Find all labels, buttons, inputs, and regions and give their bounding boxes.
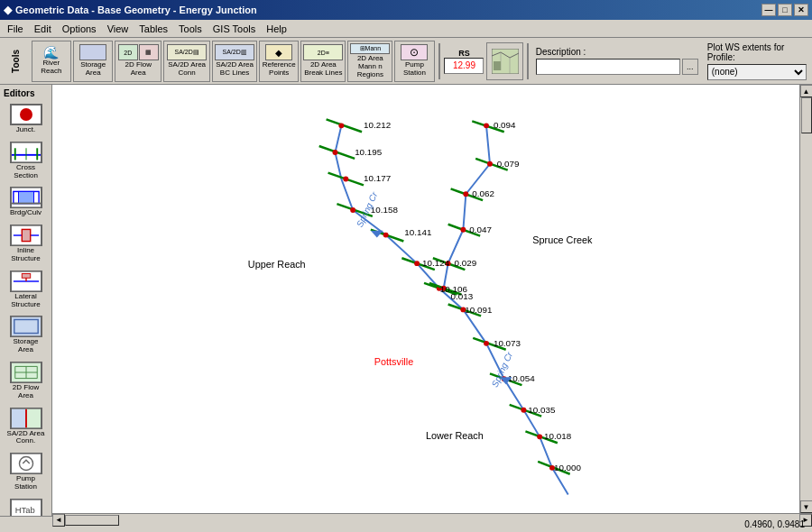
2d-flow-area-button[interactable]: 2D ▦ 2D FlowArea [115,41,161,82]
svg-text:10.141: 10.141 [404,227,431,237]
titlebar-title: Geometric Data - Base Geometry - Energy … [15,5,257,15]
svg-text:0.079: 0.079 [497,159,520,169]
svg-point-46 [350,207,355,213]
svg-text:10.073: 10.073 [494,338,521,348]
svg-point-44 [343,177,348,182]
svg-point-40 [338,123,344,128]
storage-area-sidebar-label: StorageArea [13,338,38,354]
toolbar-separator [438,43,440,79]
sidebar-item-2d-flow-area[interactable]: 2D FlowArea [3,360,50,402]
minimize-button[interactable]: — [761,4,776,16]
svg-point-56 [484,341,489,346]
hscroll-left-button[interactable]: ◄ [52,514,65,527]
menu-tables[interactable]: Tables [134,22,173,36]
plot-select[interactable]: (none) [707,64,807,80]
cross-section-label: CrossSection [14,164,38,180]
close-button[interactable]: ✕ [794,4,808,16]
description-label: Description : [536,47,698,57]
menubar: File Edit Options View Tables Tools GIS … [0,20,812,38]
sidebar-item-brdg-culv[interactable]: Brdg/Culv [3,185,50,219]
map-canvas: 10.212 10.195 10.177 10.158 10.141 10.12… [52,85,799,513]
sa2d-conn-button[interactable]: SA/2D▤ SA/2D AreaConn [163,41,210,82]
ref-points-button[interactable]: ◆ ReferencePoints [259,41,299,82]
vscroll-thumb[interactable] [801,97,812,133]
svg-text:0.094: 0.094 [494,120,516,130]
svg-point-42 [333,150,338,155]
svg-rect-13 [22,230,30,242]
editors-label: Editors [2,88,50,98]
svg-point-66 [484,123,489,128]
vertical-scrollbar[interactable]: ▲ ▼ [799,85,812,513]
canvas-container: 10.212 10.195 10.177 10.158 10.141 10.12… [52,85,812,516]
titlebar-controls: — □ ✕ [761,4,808,16]
sidebar-item-lateral-structure[interactable]: LateralStructure [3,269,50,311]
sidebar-item-storage-area[interactable]: StorageArea [3,314,50,356]
river-reach-label: RiverReach [41,60,61,76]
description-dots-button[interactable]: ... [682,59,698,75]
map-icon [492,49,519,74]
svg-point-60 [521,408,526,413]
lateral-structure-label: LateralStructure [11,293,40,309]
svg-text:10.054: 10.054 [508,373,536,383]
inline-structure-label: InlineStructure [11,247,40,263]
menu-help[interactable]: Help [261,22,292,36]
tools-text: Tools [11,50,21,73]
sidebar-item-cross-section[interactable]: CrossSection [3,140,50,182]
svg-text:10.035: 10.035 [528,405,556,415]
sidebar-item-pump-station[interactable]: PumpStation [3,451,50,493]
vscroll-down-button[interactable]: ▼ [800,500,813,513]
toolbar-separator2 [527,43,529,79]
river-reach-button[interactable]: 🌊 RiverReach [32,41,71,82]
svg-text:10.124: 10.124 [422,258,450,268]
maximize-button[interactable]: □ [778,4,792,16]
tools-label-btn: Tools [2,41,30,82]
sidebar-item-junct[interactable]: Junct. [3,102,50,136]
canvas-row: 10.212 10.195 10.177 10.158 10.141 10.12… [52,85,812,513]
horizontal-scrollbar[interactable]: ◄ ► [52,513,812,526]
svg-text:HTab: HTab [14,505,34,515]
2d-flow-area-label: 2D FlowArea [13,384,39,400]
svg-text:10.018: 10.018 [544,431,572,441]
rs-area: RS [444,49,485,74]
menu-options[interactable]: Options [57,22,102,36]
sidebar-item-sa2d-conn[interactable]: SA/2D AreaConn. [3,406,50,448]
mann-regions-label: 2D AreaMann nRegions [357,55,383,78]
menu-file[interactable]: File [2,22,29,36]
rs-input[interactable] [444,58,484,74]
brdg-culv-label: Brdg/Culv [10,209,42,217]
inline-structure-icon [10,225,42,246]
svg-text:Upper Reach: Upper Reach [248,259,306,270]
sidebar-item-inline-structure[interactable]: InlineStructure [3,223,50,265]
svg-text:0.029: 0.029 [455,258,477,268]
pump-station-button[interactable]: ⊙ PumpStation [394,41,434,82]
mann-regions-button[interactable]: ⊞Mann 2D AreaMann nRegions [347,41,392,82]
2d-breaklines-label: 2D AreaBreak Lines [304,61,342,78]
description-input[interactable] [536,59,680,75]
menu-gis-tools[interactable]: GIS Tools [208,22,262,36]
hscroll-thumb[interactable] [65,515,119,526]
vscroll-up-button[interactable]: ▲ [800,85,813,97]
brdg-culv-icon [10,187,42,208]
svg-point-72 [460,227,466,233]
menu-view[interactable]: View [102,22,134,36]
plot-section: Plot WS extents for Profile: (none) [707,42,810,80]
svg-text:Lower Reach: Lower Reach [426,430,484,441]
map-canvas-area[interactable]: 10.212 10.195 10.177 10.158 10.141 10.12… [52,85,799,513]
svg-text:10.212: 10.212 [364,120,391,130]
storage-area-button[interactable]: StorageArea [73,41,113,82]
2d-breaklines-button[interactable]: 2D≡ 2D AreaBreak Lines [300,41,346,82]
main-area: Editors Junct. CrossSection Brdg/Culv [0,85,812,516]
htab-param-icon: HTab [10,499,42,516]
sa2d-bc-button[interactable]: SA/2D▥ SA/2D AreaBC Lines [212,41,257,82]
svg-text:10.195: 10.195 [355,147,383,157]
svg-rect-17 [22,273,30,278]
svg-rect-27 [12,408,26,427]
river-reach-icon: 🌊 [43,46,59,59]
sidebar: Editors Junct. CrossSection Brdg/Culv [0,85,52,516]
map-button[interactable] [486,42,522,80]
2d-flow-area-sidebar-icon [10,362,42,383]
coordinates-display: 0.4960, 0.9481 [744,519,805,529]
menu-edit[interactable]: Edit [29,22,57,36]
menu-tools[interactable]: Tools [173,22,208,36]
sidebar-item-htab-param[interactable]: HTab HTabParam. [3,497,50,516]
